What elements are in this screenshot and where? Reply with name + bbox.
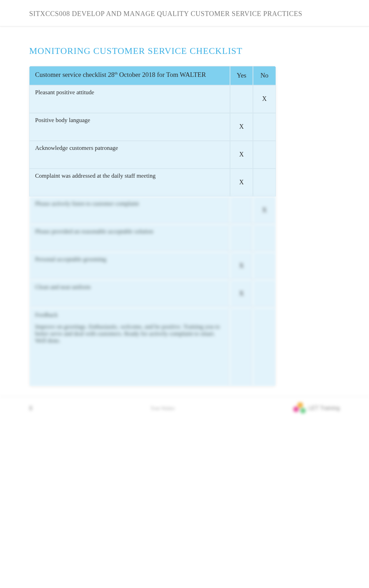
header-desc-post: October 2018 for Tom WALTER (117, 71, 206, 78)
document-content: MONITORING CUSTOMER SERVICE CHECKLIST Cu… (0, 26, 369, 386)
row-no-mark: X (253, 85, 276, 113)
row-yes-mark (230, 224, 253, 252)
row-description: Complaint was addressed at the daily sta… (29, 169, 230, 196)
feedback-cell: FeedbackImprove on greetings. Enthusiast… (29, 308, 230, 386)
row-description: Please actively listen to customer compl… (29, 196, 230, 224)
row-description: Please provided an reasonable acceptable… (29, 224, 230, 252)
document-header: SITXCCS008 DEVELOP AND MANAGE QUALITY CU… (0, 0, 369, 26)
row-yes-mark: X (230, 113, 253, 141)
table-row: Positive body languageX (29, 113, 276, 141)
row-yes-mark: X (230, 280, 253, 308)
table-row: Personal acceptable groomingX (29, 252, 276, 280)
feedback-no (253, 308, 276, 386)
row-no-mark (253, 280, 276, 308)
row-no-mark (253, 141, 276, 169)
logo-icon (293, 402, 306, 415)
page-number: 8 (29, 405, 32, 412)
header-desc-pre: Customer service checklist 28 (35, 71, 114, 78)
course-title: SITXCCS008 DEVELOP AND MANAGE QUALITY CU… (29, 10, 369, 18)
table-row: Please provided an reasonable acceptable… (29, 224, 276, 252)
row-yes-mark: X (230, 252, 253, 280)
header-yes: Yes (230, 66, 253, 85)
row-description: Acknowledge customers patronage (29, 141, 230, 169)
section-heading: MONITORING CUSTOMER SERVICE CHECKLIST (29, 46, 340, 56)
header-description: Customer service checklist 28th October … (29, 66, 230, 85)
feedback-text: Improve on greetings. Enthusiastic, welc… (35, 323, 224, 344)
row-description: Personal acceptable grooming (29, 252, 230, 280)
row-yes-mark (230, 196, 253, 224)
row-description: Clean and neat uniform (29, 280, 230, 308)
footer-logo: LET Training (293, 402, 340, 415)
row-no-mark (253, 252, 276, 280)
table-header-row: Customer service checklist 28th October … (29, 66, 276, 85)
table-row: Pleasant positive attitudeX (29, 85, 276, 113)
header-no: No (253, 66, 276, 85)
footer-logo-text: LET Training (309, 405, 340, 411)
row-no-mark (253, 224, 276, 252)
table-row: Please actively listen to customer compl… (29, 196, 276, 224)
row-no-mark: X (253, 196, 276, 224)
feedback-row: FeedbackImprove on greetings. Enthusiast… (29, 308, 276, 386)
feedback-label: Feedback (35, 312, 224, 319)
table-row: Acknowledge customers patronageX (29, 141, 276, 169)
row-yes-mark: X (230, 141, 253, 169)
table-row: Complaint was addressed at the daily sta… (29, 169, 276, 196)
row-no-mark (253, 169, 276, 196)
header-desc-sup: th (114, 71, 117, 75)
table-row: Clean and neat uniformX (29, 280, 276, 308)
row-description: Pleasant positive attitude (29, 85, 230, 113)
document-footer: 8 Tom Walter LET Training (0, 396, 369, 420)
row-no-mark (253, 113, 276, 141)
row-yes-mark: X (230, 169, 253, 196)
checklist-table: Customer service checklist 28th October … (29, 66, 276, 386)
row-description: Positive body language (29, 113, 230, 141)
row-yes-mark (230, 85, 253, 113)
footer-center-text: Tom Walter (150, 405, 175, 411)
feedback-yes (230, 308, 253, 386)
